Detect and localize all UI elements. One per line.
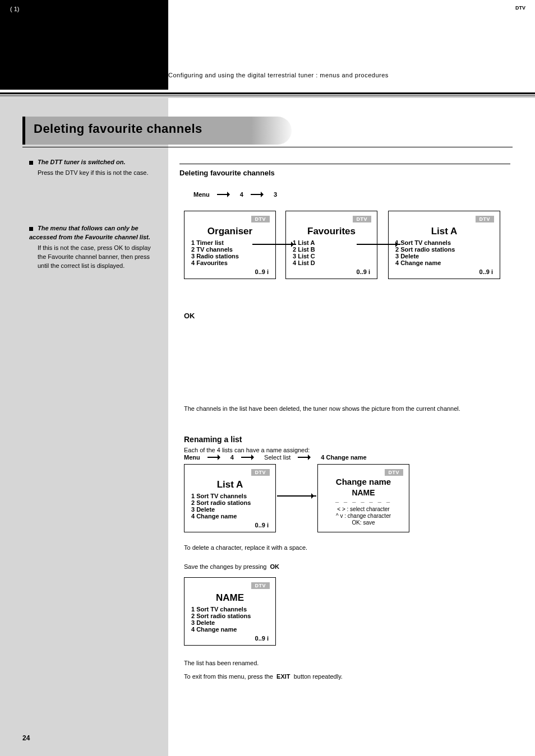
seq-4-change: 4 Change name: [321, 454, 366, 461]
hint: OK: save: [318, 520, 409, 526]
menu-item: 3 Radio stations: [191, 253, 239, 259]
ok-label: OK: [184, 312, 195, 320]
seq-select: Select list: [264, 454, 290, 461]
bullet-icon: [29, 227, 33, 231]
masthead: Configuring and using the digital terres…: [168, 72, 389, 78]
hint: 0..9 i: [185, 268, 269, 275]
seq-3: 3: [274, 191, 277, 198]
menu-item: 3 Delete: [395, 253, 419, 259]
screen-favourites: DTV Favourites 1 List A 2 List B 3 List …: [285, 211, 377, 279]
exit-instruction: To exit from this menu, press the EXIT b…: [184, 672, 510, 681]
dtv-badge: DTV: [251, 469, 270, 476]
hint: 0..9 i: [286, 268, 370, 275]
arrow-connector: [252, 244, 296, 245]
menu-item: 2 Sort radio stations: [395, 246, 455, 253]
dtv-badge: DTV: [476, 216, 495, 222]
prompt: Clear the list?: [0, 37, 535, 44]
section-head-rename: Renaming a list: [184, 435, 242, 444]
menu-item: 1 Sort TV channels: [191, 493, 247, 499]
nav-sequence-1: Menu 4 3: [193, 191, 277, 198]
sidebar-head-2: The menu that follows can only be access…: [29, 225, 150, 240]
screen-title: Organiser: [185, 226, 275, 237]
seq-4: 4: [240, 191, 243, 198]
bullet-icon: [29, 161, 33, 165]
exit-text-2: button repeatedly.: [294, 673, 343, 680]
exit-text-1: To exit from this menu, press the: [184, 673, 273, 680]
sidebar-note-1: The DTT tuner is switched on. Press the …: [29, 158, 157, 178]
screen-title: Delete: [0, 15, 535, 24]
dtv-badge: DTV: [251, 216, 270, 222]
exit-label: EXIT: [276, 673, 290, 680]
prompt: OK: confirm: [0, 46, 535, 53]
sidebar-head-1: The DTT tuner is switched on.: [38, 159, 125, 165]
hint: < > : select character: [318, 506, 409, 512]
menu-item: 2 Sort radio stations: [191, 613, 251, 619]
ok-label: OK: [270, 563, 280, 570]
sidebar: [0, 98, 168, 756]
arrow-icon: [217, 192, 233, 197]
screen-list-a: DTV List A 1 Sort TV channels 2 Sort rad…: [388, 211, 500, 279]
title-underline: [22, 147, 513, 147]
screen-title: NAME: [185, 592, 275, 604]
sidebar-note-2: The menu that follows can only be access…: [29, 224, 157, 271]
tip-save: Save the changes by pressing OK: [184, 563, 279, 571]
menu-item: 2 Sort radio stations: [191, 499, 251, 506]
nav-sequence-2: Menu 4 Select list 4 Change name: [184, 454, 367, 461]
arrow-icon: [298, 455, 313, 460]
chapter-block: [0, 0, 168, 90]
prompt: EXIT: cancel: [0, 54, 535, 61]
menu-item: 4 Change name: [191, 513, 237, 520]
dtv-badge: DTV: [353, 216, 372, 222]
seq-4: 4: [230, 454, 234, 461]
menu-item: 1 Sort TV channels: [395, 239, 451, 246]
page-title: Deleting favourite channels: [34, 122, 202, 136]
menu-item: 4 List D: [293, 259, 315, 266]
page-number: 24: [22, 734, 30, 742]
seq-menu: Menu: [193, 191, 210, 198]
dtv-badge: DTV: [251, 582, 270, 589]
menu-item: 4 Change name: [191, 626, 237, 633]
menu-item: 4 Change name: [395, 259, 441, 266]
screen-change-name: DTV Change name NAME _ _ _ _ _ _ _ < > :…: [317, 464, 409, 532]
chapter-number: ( 1): [10, 6, 20, 12]
hint: ^ v : change character: [318, 513, 409, 519]
screen-organiser: DTV Organiser 1 Timer list 2 TV channels…: [184, 211, 276, 279]
arrow-icon: [251, 192, 266, 197]
tip-delete-char: To delete a character, replace it with a…: [184, 544, 510, 552]
menu-item: 3 List C: [293, 253, 315, 259]
screen-title: List A: [389, 226, 500, 237]
dtv-badge: DTV: [385, 469, 404, 476]
sidebar-body-2: If this is not the case, press OK to dis…: [38, 244, 157, 271]
screen-title: Change name: [318, 477, 409, 486]
seq-menu: Menu: [184, 454, 200, 461]
arrow-icon: [207, 455, 223, 460]
explain-text: The channels in the list have been delet…: [184, 405, 510, 413]
sidebar-body-1: Press the DTV key if this is not the cas…: [38, 169, 157, 178]
screen-renamed: DTV NAME 1 Sort TV channels 2 Sort radio…: [184, 577, 276, 646]
menu-item: 1 Sort TV channels: [191, 606, 247, 613]
title-tick: [22, 117, 25, 145]
hint: 0..9 i: [409, 268, 493, 275]
menu-item: 3 Delete: [191, 619, 215, 626]
hint: 0..9 i: [185, 522, 269, 528]
renamed-text: The list has been renamed.: [184, 659, 510, 667]
arrow-connector: [357, 244, 400, 245]
menu-item: 3 Delete: [191, 506, 215, 513]
screen-title: List A: [185, 479, 275, 490]
subhead-rule: [179, 164, 510, 165]
arrow-icon: [241, 455, 257, 460]
menu-item: 4 Favourites: [191, 259, 228, 266]
arrow-connector: [277, 495, 316, 497]
screen-subtitle: List A: [0, 24, 535, 33]
menu-item: 1 Timer list: [191, 239, 224, 246]
screen-title: Favourites: [286, 226, 377, 237]
menu-item: 2 TV channels: [191, 246, 233, 253]
divider-dark: [0, 92, 535, 94]
dtv-badge: DTV: [511, 4, 529, 11]
screen-list-a-2: DTV List A 1 Sort TV channels 2 Sort rad…: [184, 464, 276, 532]
hint: 0..9 i: [185, 635, 269, 642]
subhead: Deleting favourite channels: [179, 169, 275, 177]
name-underline: _ _ _ _ _ _ _: [318, 496, 409, 503]
save-text: Save the changes by pressing: [184, 563, 266, 570]
